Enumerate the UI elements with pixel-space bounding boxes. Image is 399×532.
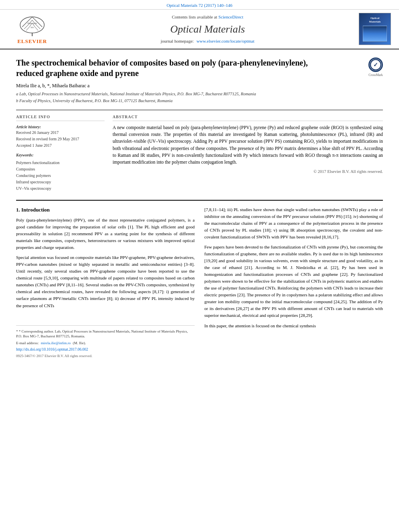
affiliations: a Lab, Optical Processes in Nanostructur… (16, 91, 383, 104)
abstract-heading: ABSTRACT (113, 114, 383, 121)
keyword-2: Composites (16, 166, 105, 173)
issn-line: 0925-3467/© 2017 Elsevier B.V. All right… (16, 353, 195, 359)
keyword-4: Infrared spectroscopy (16, 179, 105, 185)
article-info-heading: ARTICLE INFO (16, 114, 105, 121)
contents-label: Contents lists available at ScienceDirec… (56, 14, 359, 21)
crossmark-label: CrossMark (368, 73, 383, 77)
intro-para2: Special attention was focused on composi… (16, 254, 195, 309)
footnote-star: * * Corresponding author. Lab, Optical P… (16, 329, 195, 339)
crossmark-badge[interactable]: ✓ CrossMark (368, 58, 383, 77)
affil-a: a Lab, Optical Processes in Nanostructur… (16, 91, 383, 97)
email-label: E-mail address: (16, 341, 39, 345)
doi-link[interactable]: http://dx.doi.org/10.1016/j.optmat.2017.… (16, 347, 195, 352)
journal-volume-info: Optical Materials 72 (2017) 140–146 (167, 3, 232, 8)
abstract-text: A new composite material based on poly (… (113, 124, 383, 166)
accepted-date: Accepted 1 June 2017 (16, 143, 105, 148)
article-info-col: ARTICLE INFO Article history: Received 2… (16, 114, 105, 192)
body-right-col: [7,8,11–14]; iii) PL studies have shown … (204, 206, 383, 358)
svg-text:✓: ✓ (373, 62, 378, 68)
copyright-line: © 2017 Elsevier B.V. All rights reserved… (113, 169, 383, 175)
intro-para5: In this paper, the attention is focused … (204, 322, 383, 329)
keywords-label: Keywords: (16, 152, 105, 158)
article-info-abstract: ARTICLE INFO Article history: Received 2… (16, 110, 383, 192)
journal-center-info: Contents lists available at ScienceDirec… (56, 14, 359, 45)
svg-text:iris: iris (31, 26, 34, 29)
body-two-col: 1. Introduction Poly (para-phenyleneviny… (16, 206, 383, 358)
revised-date: Received in revised form 29 May 2017 (16, 136, 105, 142)
body-content: 1. Introduction Poly (para-phenyleneviny… (16, 200, 383, 358)
main-content: The spectrochemical behavior of composit… (0, 49, 399, 367)
crossmark-icon: ✓ (370, 59, 382, 71)
article-title: The spectrochemical behavior of composit… (16, 58, 328, 78)
keywords-list: Polymers functionalization Composites Co… (16, 160, 105, 192)
homepage-label: journal homepage: (161, 39, 194, 43)
email-address[interactable]: mirela.ilie@infim.ro (41, 341, 70, 345)
email-person: (M. Ilie). (73, 341, 86, 345)
keyword-3: Conducting polymers (16, 173, 105, 179)
affil-b: b Faculty of Physics, University of Buch… (16, 98, 383, 104)
footnote-text: * Corresponding author. Lab, Optical Pro… (16, 329, 188, 339)
page: Optical Materials 72 (2017) 140–146 Non … (0, 0, 399, 532)
received-date: Received 26 January 2017 (16, 130, 105, 136)
title-row: The spectrochemical behavior of composit… (16, 58, 383, 78)
journal-homepage: journal homepage: www.elsevier.com/locat… (56, 38, 359, 44)
journal-top-bar: Optical Materials 72 (2017) 140–146 (0, 0, 399, 10)
authors-line: Mirela Ilie a, b, *, Mihaela Baibarac a (16, 82, 383, 89)
journal-title: Optical Materials (56, 22, 359, 37)
footer-area: * * Corresponding author. Lab, Optical P… (16, 325, 195, 359)
svg-point-0 (20, 17, 44, 33)
keyword-1: Polymers functionalization (16, 160, 105, 166)
keyword-5: UV–Vis spectroscopy (16, 185, 105, 192)
email-line: E-mail address: mirela.ilie@infim.ro (M.… (16, 341, 195, 346)
intro-para4: Few papers have been devoted to the func… (204, 244, 383, 319)
journal-cover-image: OpticalMaterials (359, 13, 391, 45)
elsevier-tree-icon: Non sole iris (14, 13, 50, 37)
intro-para1: Poly (para-phenylenevinylene) (PPV), one… (16, 217, 195, 251)
abstract-col: ABSTRACT A new composite material based … (113, 114, 383, 192)
elsevier-brand-label: ELSEVIER (17, 38, 47, 45)
star-symbol: * (16, 329, 19, 333)
sciencedirect-link[interactable]: ScienceDirect (218, 14, 243, 19)
contents-text: Contents lists available at (172, 14, 217, 19)
journal-header: Non sole iris ELSEVIER Contents lists av… (0, 10, 399, 49)
svg-text:Non sole: Non sole (27, 22, 37, 25)
authors-text: Mirela Ilie a, b, *, Mihaela Baibarac a (16, 83, 90, 88)
homepage-url[interactable]: www.elsevier.com/locate/optmat (196, 39, 254, 43)
article-history-label: Article history: (16, 124, 105, 130)
crossmark-circle: ✓ (368, 58, 383, 72)
body-left-col: 1. Introduction Poly (para-phenyleneviny… (16, 206, 195, 358)
intro-para3: [7,8,11–14]; iii) PL studies have shown … (204, 206, 383, 240)
intro-section-title: 1. Introduction (16, 206, 195, 214)
elsevier-logo: Non sole iris ELSEVIER (8, 13, 56, 45)
